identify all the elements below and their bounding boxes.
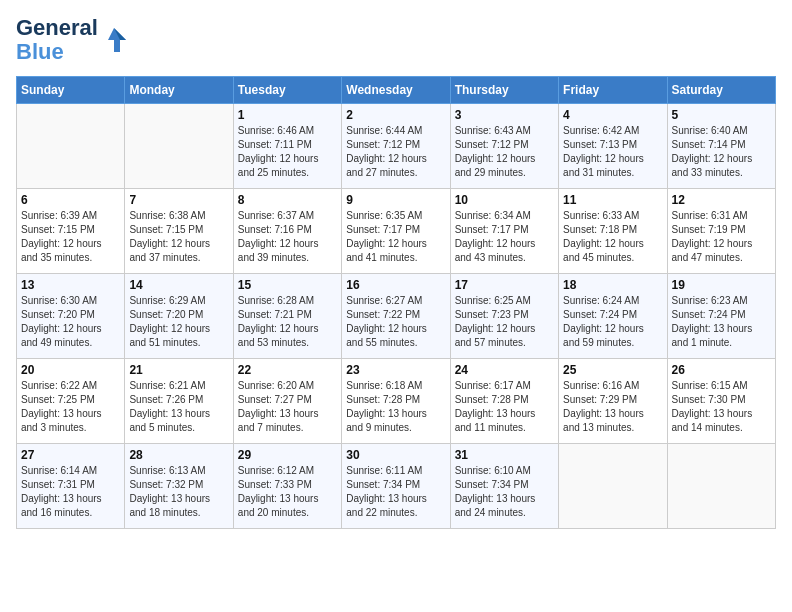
calendar-cell: 18Sunrise: 6:24 AM Sunset: 7:24 PM Dayli… — [559, 274, 667, 359]
calendar-cell: 21Sunrise: 6:21 AM Sunset: 7:26 PM Dayli… — [125, 359, 233, 444]
calendar-cell: 17Sunrise: 6:25 AM Sunset: 7:23 PM Dayli… — [450, 274, 558, 359]
day-detail: Sunrise: 6:34 AM Sunset: 7:17 PM Dayligh… — [455, 209, 554, 265]
calendar-cell: 11Sunrise: 6:33 AM Sunset: 7:18 PM Dayli… — [559, 189, 667, 274]
day-detail: Sunrise: 6:25 AM Sunset: 7:23 PM Dayligh… — [455, 294, 554, 350]
calendar-cell: 30Sunrise: 6:11 AM Sunset: 7:34 PM Dayli… — [342, 444, 450, 529]
day-number: 20 — [21, 363, 120, 377]
calendar-cell: 5Sunrise: 6:40 AM Sunset: 7:14 PM Daylig… — [667, 104, 775, 189]
day-number: 19 — [672, 278, 771, 292]
calendar-cell: 3Sunrise: 6:43 AM Sunset: 7:12 PM Daylig… — [450, 104, 558, 189]
day-number: 4 — [563, 108, 662, 122]
day-number: 1 — [238, 108, 337, 122]
day-detail: Sunrise: 6:31 AM Sunset: 7:19 PM Dayligh… — [672, 209, 771, 265]
calendar-cell: 25Sunrise: 6:16 AM Sunset: 7:29 PM Dayli… — [559, 359, 667, 444]
calendar-week-1: 1Sunrise: 6:46 AM Sunset: 7:11 PM Daylig… — [17, 104, 776, 189]
weekday-header-friday: Friday — [559, 77, 667, 104]
day-detail: Sunrise: 6:27 AM Sunset: 7:22 PM Dayligh… — [346, 294, 445, 350]
day-number: 9 — [346, 193, 445, 207]
day-number: 18 — [563, 278, 662, 292]
day-number: 27 — [21, 448, 120, 462]
calendar-cell: 26Sunrise: 6:15 AM Sunset: 7:30 PM Dayli… — [667, 359, 775, 444]
day-number: 3 — [455, 108, 554, 122]
calendar-cell: 6Sunrise: 6:39 AM Sunset: 7:15 PM Daylig… — [17, 189, 125, 274]
calendar-week-5: 27Sunrise: 6:14 AM Sunset: 7:31 PM Dayli… — [17, 444, 776, 529]
day-detail: Sunrise: 6:40 AM Sunset: 7:14 PM Dayligh… — [672, 124, 771, 180]
weekday-header-tuesday: Tuesday — [233, 77, 341, 104]
calendar-cell: 22Sunrise: 6:20 AM Sunset: 7:27 PM Dayli… — [233, 359, 341, 444]
calendar-week-4: 20Sunrise: 6:22 AM Sunset: 7:25 PM Dayli… — [17, 359, 776, 444]
day-number: 14 — [129, 278, 228, 292]
day-detail: Sunrise: 6:44 AM Sunset: 7:12 PM Dayligh… — [346, 124, 445, 180]
weekday-header-sunday: Sunday — [17, 77, 125, 104]
day-detail: Sunrise: 6:10 AM Sunset: 7:34 PM Dayligh… — [455, 464, 554, 520]
day-number: 22 — [238, 363, 337, 377]
calendar-cell: 24Sunrise: 6:17 AM Sunset: 7:28 PM Dayli… — [450, 359, 558, 444]
day-detail: Sunrise: 6:30 AM Sunset: 7:20 PM Dayligh… — [21, 294, 120, 350]
calendar-cell: 29Sunrise: 6:12 AM Sunset: 7:33 PM Dayli… — [233, 444, 341, 529]
calendar-cell: 14Sunrise: 6:29 AM Sunset: 7:20 PM Dayli… — [125, 274, 233, 359]
day-number: 24 — [455, 363, 554, 377]
calendar-cell: 9Sunrise: 6:35 AM Sunset: 7:17 PM Daylig… — [342, 189, 450, 274]
day-detail: Sunrise: 6:22 AM Sunset: 7:25 PM Dayligh… — [21, 379, 120, 435]
calendar-cell — [667, 444, 775, 529]
day-number: 6 — [21, 193, 120, 207]
day-number: 2 — [346, 108, 445, 122]
day-detail: Sunrise: 6:14 AM Sunset: 7:31 PM Dayligh… — [21, 464, 120, 520]
calendar-cell: 28Sunrise: 6:13 AM Sunset: 7:32 PM Dayli… — [125, 444, 233, 529]
calendar-cell — [559, 444, 667, 529]
day-number: 7 — [129, 193, 228, 207]
day-number: 12 — [672, 193, 771, 207]
calendar-body: 1Sunrise: 6:46 AM Sunset: 7:11 PM Daylig… — [17, 104, 776, 529]
day-detail: Sunrise: 6:28 AM Sunset: 7:21 PM Dayligh… — [238, 294, 337, 350]
day-number: 16 — [346, 278, 445, 292]
day-number: 11 — [563, 193, 662, 207]
logo-icon — [100, 26, 128, 54]
day-detail: Sunrise: 6:17 AM Sunset: 7:28 PM Dayligh… — [455, 379, 554, 435]
day-detail: Sunrise: 6:43 AM Sunset: 7:12 PM Dayligh… — [455, 124, 554, 180]
day-number: 21 — [129, 363, 228, 377]
day-number: 31 — [455, 448, 554, 462]
calendar-cell — [125, 104, 233, 189]
day-detail: Sunrise: 6:11 AM Sunset: 7:34 PM Dayligh… — [346, 464, 445, 520]
weekday-header-row: SundayMondayTuesdayWednesdayThursdayFrid… — [17, 77, 776, 104]
day-number: 13 — [21, 278, 120, 292]
day-detail: Sunrise: 6:15 AM Sunset: 7:30 PM Dayligh… — [672, 379, 771, 435]
calendar-cell: 12Sunrise: 6:31 AM Sunset: 7:19 PM Dayli… — [667, 189, 775, 274]
calendar-cell: 2Sunrise: 6:44 AM Sunset: 7:12 PM Daylig… — [342, 104, 450, 189]
calendar-cell: 1Sunrise: 6:46 AM Sunset: 7:11 PM Daylig… — [233, 104, 341, 189]
day-number: 25 — [563, 363, 662, 377]
day-detail: Sunrise: 6:18 AM Sunset: 7:28 PM Dayligh… — [346, 379, 445, 435]
day-number: 10 — [455, 193, 554, 207]
day-number: 15 — [238, 278, 337, 292]
day-detail: Sunrise: 6:38 AM Sunset: 7:15 PM Dayligh… — [129, 209, 228, 265]
calendar-cell: 7Sunrise: 6:38 AM Sunset: 7:15 PM Daylig… — [125, 189, 233, 274]
day-detail: Sunrise: 6:39 AM Sunset: 7:15 PM Dayligh… — [21, 209, 120, 265]
day-detail: Sunrise: 6:16 AM Sunset: 7:29 PM Dayligh… — [563, 379, 662, 435]
day-number: 8 — [238, 193, 337, 207]
calendar-header: SundayMondayTuesdayWednesdayThursdayFrid… — [17, 77, 776, 104]
calendar-cell: 15Sunrise: 6:28 AM Sunset: 7:21 PM Dayli… — [233, 274, 341, 359]
day-detail: Sunrise: 6:13 AM Sunset: 7:32 PM Dayligh… — [129, 464, 228, 520]
calendar-cell: 10Sunrise: 6:34 AM Sunset: 7:17 PM Dayli… — [450, 189, 558, 274]
day-detail: Sunrise: 6:24 AM Sunset: 7:24 PM Dayligh… — [563, 294, 662, 350]
day-number: 28 — [129, 448, 228, 462]
day-number: 29 — [238, 448, 337, 462]
weekday-header-monday: Monday — [125, 77, 233, 104]
day-detail: Sunrise: 6:12 AM Sunset: 7:33 PM Dayligh… — [238, 464, 337, 520]
calendar-week-3: 13Sunrise: 6:30 AM Sunset: 7:20 PM Dayli… — [17, 274, 776, 359]
day-number: 17 — [455, 278, 554, 292]
calendar-table: SundayMondayTuesdayWednesdayThursdayFrid… — [16, 76, 776, 529]
logo-text: GeneralBlue — [16, 16, 98, 64]
day-number: 23 — [346, 363, 445, 377]
calendar-cell: 4Sunrise: 6:42 AM Sunset: 7:13 PM Daylig… — [559, 104, 667, 189]
calendar-cell: 23Sunrise: 6:18 AM Sunset: 7:28 PM Dayli… — [342, 359, 450, 444]
day-detail: Sunrise: 6:33 AM Sunset: 7:18 PM Dayligh… — [563, 209, 662, 265]
calendar-cell: 20Sunrise: 6:22 AM Sunset: 7:25 PM Dayli… — [17, 359, 125, 444]
day-detail: Sunrise: 6:29 AM Sunset: 7:20 PM Dayligh… — [129, 294, 228, 350]
day-detail: Sunrise: 6:46 AM Sunset: 7:11 PM Dayligh… — [238, 124, 337, 180]
day-detail: Sunrise: 6:20 AM Sunset: 7:27 PM Dayligh… — [238, 379, 337, 435]
weekday-header-thursday: Thursday — [450, 77, 558, 104]
calendar-cell: 31Sunrise: 6:10 AM Sunset: 7:34 PM Dayli… — [450, 444, 558, 529]
day-detail: Sunrise: 6:35 AM Sunset: 7:17 PM Dayligh… — [346, 209, 445, 265]
calendar-cell: 13Sunrise: 6:30 AM Sunset: 7:20 PM Dayli… — [17, 274, 125, 359]
